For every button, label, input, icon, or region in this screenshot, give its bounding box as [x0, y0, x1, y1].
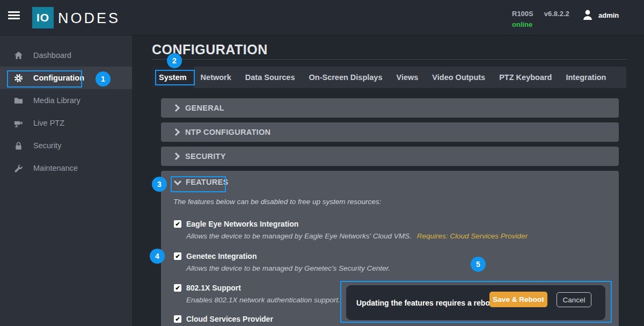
feature-checkbox[interactable]: ✔	[174, 220, 181, 228]
section-ntp-configuration[interactable]: NTP CONFIGURATION	[161, 122, 619, 142]
device-model: R100S	[512, 10, 533, 18]
feature-cloud-services-provider: ✔ Cloud Services Provider	[174, 315, 273, 323]
feature-8021x: ✔ 802.1X Support Enables 802.1X network …	[174, 284, 340, 304]
tab-on-screen-displays[interactable]: On-Screen Displays	[302, 67, 390, 88]
tab-integration[interactable]: Integration	[559, 67, 613, 88]
feature-genetec: ✔ Genetec Integration Allows the device …	[174, 252, 390, 272]
tab-system[interactable]: System	[152, 67, 194, 88]
wrench-icon	[13, 163, 23, 173]
feature-checkbox[interactable]: ✔	[174, 252, 181, 260]
feature-checkbox[interactable]: ✔	[174, 284, 181, 292]
section-label: GENERAL	[185, 104, 224, 112]
reboot-dialog: Updating the features requires a reboot.…	[346, 285, 605, 320]
home-icon	[13, 50, 23, 60]
annotation-badge-2: 2	[167, 53, 182, 68]
sidebar-item-maintenance[interactable]: Maintenance	[0, 157, 132, 179]
annotation-badge-4: 4	[150, 249, 165, 264]
cancel-button[interactable]: Cancel	[557, 292, 591, 307]
chevron-right-icon	[172, 104, 180, 112]
tab-network[interactable]: Network	[194, 67, 238, 88]
ionodes-logo-icon: IO	[32, 7, 54, 28]
feature-label: Eagle Eye Networks Integration	[186, 220, 298, 228]
folder-icon	[13, 96, 23, 105]
sidebar-item-label: Media Library	[33, 96, 80, 105]
sidebar-item-label: Maintenance	[33, 164, 78, 172]
feature-description: Allows the device to be managed by Genet…	[186, 264, 390, 272]
sidebar-item-security[interactable]: Security	[0, 134, 132, 157]
title-divider	[152, 59, 627, 60]
gear-icon	[13, 73, 23, 83]
section-general[interactable]: GENERAL	[161, 98, 619, 118]
save-and-reboot-button[interactable]: Save & Reboot	[489, 292, 547, 307]
features-intro-text: The features below can be disabled to fr…	[173, 198, 381, 206]
chevron-right-icon	[172, 128, 180, 136]
chevron-down-icon	[174, 177, 181, 185]
tab-video-outputs[interactable]: Video Outputs	[425, 67, 492, 88]
sidebar-item-label: Configuration	[33, 74, 84, 82]
username: admin	[598, 11, 619, 19]
feature-label: Genetec Integration	[186, 252, 257, 260]
ionodes-logo-text: NODES	[58, 10, 120, 27]
device-info: R100Sv6.8.2.2 online	[512, 10, 580, 28]
sidebar-item-label: Live PTZ	[33, 119, 64, 127]
sidebar-nav: Dashboard Configuration Media Library	[0, 35, 132, 326]
tab-data-sources[interactable]: Data Sources	[238, 67, 302, 88]
firmware-version: v6.8.2.2	[544, 10, 569, 18]
ptz-camera-icon	[13, 118, 23, 128]
annotation-badge-1: 1	[96, 71, 111, 86]
app-window: IO NODES R100Sv6.8.2.2 online admin Dash…	[0, 0, 644, 326]
sidebar-item-live-ptz[interactable]: Live PTZ	[0, 112, 132, 134]
sidebar-item-media-library[interactable]: Media Library	[0, 89, 132, 112]
sidebar-item-dashboard[interactable]: Dashboard	[0, 44, 132, 67]
feature-description: Allows the device to be managed by Eagle…	[186, 232, 528, 240]
lock-icon	[13, 141, 23, 150]
sidebar-item-label: Dashboard	[33, 51, 71, 60]
feature-description-text: Allows the device to be managed by Eagle…	[186, 232, 412, 240]
user-icon	[583, 10, 592, 20]
feature-requires-text: Requires: Cloud Services Provider	[417, 232, 528, 240]
tab-ptz-keyboard[interactable]: PTZ Keyboard	[492, 67, 559, 88]
feature-checkbox[interactable]: ✔	[174, 315, 181, 323]
feature-label: 802.1X Support	[186, 284, 241, 292]
section-features[interactable]: FEATURES	[175, 178, 228, 186]
section-label: FEATURES	[186, 178, 228, 186]
hamburger-menu-icon[interactable]	[8, 11, 20, 20]
top-header: IO NODES R100Sv6.8.2.2 online admin	[0, 0, 644, 35]
annotation-badge-5: 5	[471, 257, 486, 272]
feature-label: Cloud Services Provider	[186, 315, 273, 323]
chevron-right-icon	[172, 153, 180, 160]
sidebar-item-configuration[interactable]: Configuration	[0, 67, 132, 89]
feature-description: Enables 802.1X network authentication su…	[186, 296, 340, 304]
configuration-tabs: System Network Data Sources On-Screen Di…	[152, 67, 626, 88]
tab-views[interactable]: Views	[390, 67, 426, 88]
section-security[interactable]: SECURITY	[161, 147, 619, 166]
feature-eagle-eye: ✔ Eagle Eye Networks Integration Allows …	[174, 220, 528, 240]
device-status: online	[512, 20, 580, 28]
sidebar-item-label: Security	[33, 141, 61, 150]
reboot-message: Updating the features requires a reboot.	[356, 285, 499, 320]
annotation-badge-3: 3	[152, 177, 167, 192]
user-menu[interactable]: admin	[583, 10, 619, 20]
section-label: NTP CONFIGURATION	[185, 128, 270, 136]
section-label: SECURITY	[185, 152, 226, 161]
